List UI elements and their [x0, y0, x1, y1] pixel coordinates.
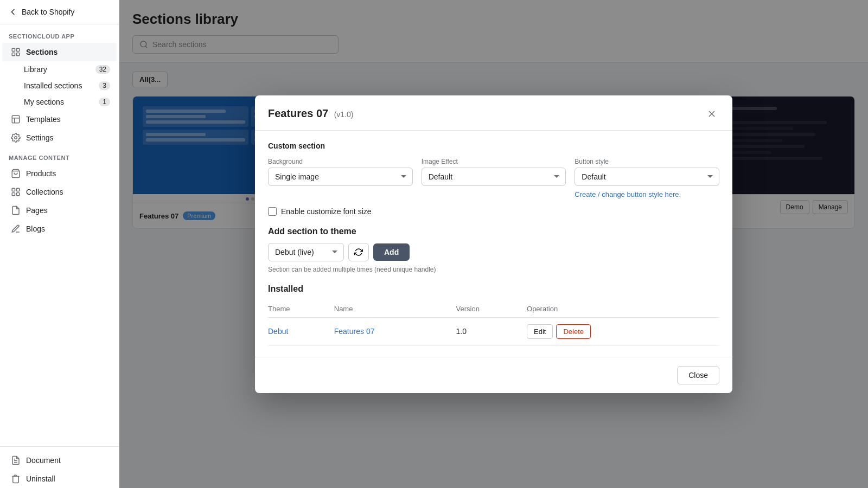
add-section-row: Debut (live) Dawn Debut Add [268, 243, 719, 261]
refresh-button[interactable] [348, 243, 369, 261]
edit-button[interactable]: Edit [527, 324, 553, 339]
form-group-button-style: Button style Default Primary Secondary C… [575, 158, 719, 198]
settings-icon [11, 133, 21, 143]
enable-font-label: Enable customize font size [281, 207, 372, 216]
products-label: Products [26, 169, 56, 178]
sidebar-item-templates[interactable]: Templates [2, 110, 117, 129]
manage-content-label: MANAGE CONTENT [0, 147, 119, 164]
sidebar-item-blogs[interactable]: Blogs [2, 220, 117, 238]
svg-rect-0 [12, 48, 15, 51]
enable-font-checkbox[interactable] [268, 207, 277, 216]
modal-header: Features 07 (v1.0) [255, 95, 732, 131]
form-group-image-effect: Image Effect Default Parallax None [422, 158, 566, 198]
product-icon [11, 169, 21, 178]
col-operation: Operation [527, 300, 719, 318]
refresh-icon [354, 248, 363, 256]
theme-select[interactable]: Debut (live) Dawn Debut [268, 243, 344, 261]
uninstall-label: Uninstall [26, 474, 55, 483]
installed-sections-label: Installed sections [24, 81, 82, 90]
sidebar-item-collections[interactable]: Collections [2, 183, 117, 201]
row-operations: Edit Delete [527, 317, 719, 345]
sidebar-item-products[interactable]: Products [2, 164, 117, 183]
pages-label: Pages [26, 206, 48, 215]
sidebar-sub-library[interactable]: Library 32 [0, 61, 119, 78]
my-sections-badge: 1 [99, 98, 110, 106]
modal-footer: Close [255, 357, 732, 393]
installed-sections-badge: 3 [99, 81, 110, 90]
modal-version: (v1.0) [334, 110, 354, 119]
background-select[interactable]: Single image Color Video [268, 168, 413, 186]
settings-label: Settings [26, 133, 54, 142]
table-row: Debut Features 07 1.0 Edit Delete [268, 317, 719, 345]
library-badge: 32 [95, 65, 110, 74]
image-effect-select[interactable]: Default Parallax None [422, 168, 566, 186]
back-to-shopify-button[interactable]: Back to Shopify [0, 0, 119, 24]
modal-title: Features 07 [268, 107, 328, 119]
main-content: Sections library All(3... [119, 0, 868, 488]
collections-label: Collections [26, 188, 63, 196]
pages-icon [11, 206, 21, 215]
library-label: Library [24, 65, 47, 74]
modal: Features 07 (v1.0) Custom section Backgr… [255, 95, 732, 393]
background-label: Background [268, 158, 413, 165]
operation-buttons: Edit Delete [527, 324, 719, 339]
uninstall-icon [11, 474, 21, 484]
table-header-row: Theme Name Version Operation [268, 300, 719, 318]
grid-icon [11, 47, 21, 57]
note-text: Section can be added multiple times (nee… [268, 266, 719, 273]
close-icon [706, 108, 717, 119]
svg-rect-4 [12, 115, 20, 123]
blogs-icon [11, 224, 21, 234]
sidebar-item-uninstall[interactable]: Uninstall [2, 470, 117, 488]
custom-section-label: Custom section [268, 142, 719, 150]
sidebar-item-settings[interactable]: Settings [2, 129, 117, 147]
row-theme: Debut [268, 317, 334, 345]
document-label: Document [26, 456, 61, 465]
checkbox-row: Enable customize font size [268, 207, 719, 216]
sidebar-item-pages[interactable]: Pages [2, 201, 117, 220]
collection-icon [11, 187, 21, 197]
create-link-text: Create / change button style [575, 190, 663, 198]
svg-rect-8 [17, 188, 20, 191]
svg-rect-1 [17, 48, 20, 51]
sidebar-item-sections[interactable]: Sections [2, 43, 117, 61]
form-group-background: Background Single image Color Video [268, 158, 413, 198]
row-version: 1.0 [456, 317, 527, 345]
add-button[interactable]: Add [373, 243, 410, 261]
document-icon [11, 455, 21, 465]
app-label: SECTIONCLOUD APP [0, 24, 119, 43]
svg-rect-7 [12, 188, 15, 191]
svg-rect-3 [17, 53, 20, 56]
close-button[interactable]: Close [677, 366, 719, 384]
col-theme: Theme [268, 300, 334, 318]
theme-link[interactable]: Debut [268, 327, 288, 336]
back-label: Back to Shopify [22, 8, 74, 16]
svg-point-5 [15, 137, 17, 139]
sidebar-sub-installed-sections[interactable]: Installed sections 3 [0, 78, 119, 94]
add-section-label: Add section to theme [268, 227, 719, 236]
create-link-href[interactable]: here. [665, 190, 681, 198]
arrow-left-icon [9, 8, 17, 16]
button-style-label: Button style [575, 158, 719, 165]
table-header: Theme Name Version Operation [268, 300, 719, 318]
name-link[interactable]: Features 07 [334, 327, 375, 336]
col-version: Version [456, 300, 527, 318]
delete-button[interactable]: Delete [556, 324, 591, 339]
blogs-label: Blogs [26, 224, 45, 233]
row-name: Features 07 [334, 317, 456, 345]
sidebar-sub-my-sections[interactable]: My sections 1 [0, 94, 119, 110]
sidebar: Back to Shopify SECTIONCLOUD APP Section… [0, 0, 119, 488]
col-name: Name [334, 300, 456, 318]
svg-rect-9 [12, 193, 15, 196]
sidebar-item-document[interactable]: Document [2, 451, 117, 470]
modal-title-group: Features 07 (v1.0) [268, 107, 353, 120]
table-body: Debut Features 07 1.0 Edit Delete [268, 317, 719, 345]
my-sections-label: My sections [24, 98, 64, 106]
modal-overlay: Features 07 (v1.0) Custom section Backgr… [119, 0, 868, 488]
modal-close-button[interactable] [704, 106, 719, 121]
modal-body: Custom section Background Single image C… [255, 131, 732, 357]
button-style-select[interactable]: Default Primary Secondary [575, 168, 719, 186]
installed-label: Installed [268, 284, 719, 294]
form-row-1: Background Single image Color Video Imag… [268, 158, 719, 198]
installed-table: Theme Name Version Operation Debut Featu… [268, 300, 719, 346]
